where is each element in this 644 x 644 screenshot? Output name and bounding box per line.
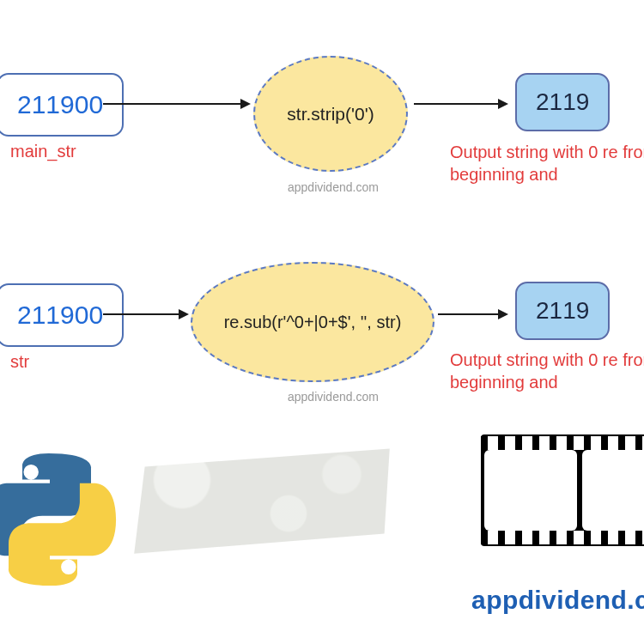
method-text-row2: re.sub(r'^0+|0+$', '', str) bbox=[224, 313, 402, 332]
input-box-row2: 211900 bbox=[0, 283, 124, 347]
film-frame bbox=[582, 450, 644, 531]
arrow-method-to-output-row1 bbox=[414, 103, 507, 105]
brand-watermark: appdividend.c bbox=[471, 586, 644, 615]
input-value-row2: 211900 bbox=[17, 301, 103, 329]
method-text-row1: str.strip('0') bbox=[287, 104, 374, 125]
film-strip-icon bbox=[481, 434, 644, 546]
arrow-method-to-output-row2 bbox=[438, 313, 507, 315]
film-frame bbox=[484, 450, 577, 531]
input-value-row1: 211900 bbox=[17, 90, 103, 118]
output-box-row1: 2119 bbox=[515, 73, 610, 131]
output-box-row2: 2119 bbox=[515, 282, 610, 340]
input-box-row1: 211900 bbox=[0, 73, 124, 137]
tape-graphic bbox=[129, 447, 395, 558]
output-value-row1: 2119 bbox=[536, 88, 589, 115]
diagram-canvas: 211900 main_str str.strip('0') appdivide… bbox=[0, 0, 644, 644]
arrow-input-to-method-row1 bbox=[103, 103, 249, 105]
arrow-input-to-method-row2 bbox=[103, 313, 187, 315]
output-value-row2: 2119 bbox=[536, 297, 589, 324]
output-label-row2: Output string with 0 re from beginning a… bbox=[450, 349, 644, 393]
python-logo-icon bbox=[0, 447, 118, 592]
method-node-row1: str.strip('0') bbox=[253, 56, 408, 172]
method-caption-row2: appdividend.com bbox=[288, 390, 379, 404]
method-caption-row1: appdividend.com bbox=[288, 180, 379, 194]
input-label-row2: str bbox=[10, 352, 29, 372]
method-node-row2: re.sub(r'^0+|0+$', '', str) bbox=[191, 262, 434, 382]
input-label-row1: main_str bbox=[10, 142, 76, 161]
output-label-row1: Output string with 0 re from beginning a… bbox=[450, 141, 644, 185]
